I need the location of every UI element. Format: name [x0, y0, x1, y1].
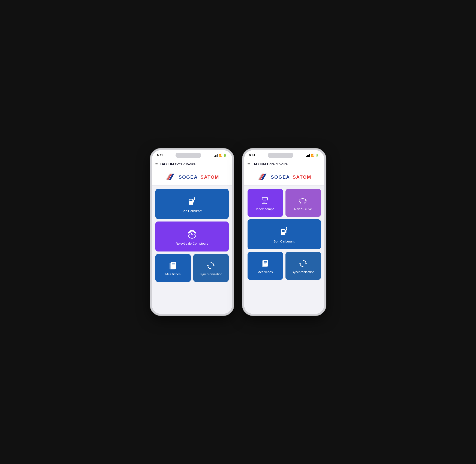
notch-1: [176, 153, 201, 158]
svg-point-43: [286, 227, 287, 228]
tile-bon-carburant-1[interactable]: Bon Carburant: [155, 189, 229, 219]
header-title-1: DAXIUM Côte d'Ivoire: [160, 162, 196, 166]
svg-rect-4: [189, 199, 192, 201]
tank-icon: [298, 196, 307, 205]
menu-button-2[interactable]: ≡: [248, 162, 250, 167]
grid-1: Bon Carburant Relevés de Compteurs: [152, 185, 232, 314]
tile-sync-1[interactable]: Synchronisation: [193, 254, 229, 282]
app-header-1: ≡ DAXIUM Côte d'Ivoire: [152, 160, 232, 169]
time-2: 9:41: [249, 154, 255, 157]
svg-rect-16: [171, 262, 176, 269]
tile-label-bon-carburant-1: Bon Carburant: [181, 209, 203, 213]
svg-marker-20: [213, 264, 215, 266]
time-1: 9:41: [157, 154, 163, 157]
tile-label-index-pompe: Index pompe: [256, 207, 275, 211]
tile-label-releves-1: Relevés de Compteurs: [176, 242, 208, 245]
signal-icon-1: [214, 154, 218, 157]
svg-point-29: [267, 197, 268, 199]
tile-sync-2[interactable]: Synchronisation: [286, 252, 321, 280]
phone-2: 9:41 📶 🔋 ≡ DAXIUM Côte d'Ivoire: [242, 148, 326, 316]
svg-rect-6: [194, 198, 195, 200]
wifi-icon-1: 📶: [218, 154, 222, 157]
tile-index-pompe[interactable]: Index pompe: [248, 189, 283, 217]
tile-label-niveau-cuve: Niveau cuve: [294, 207, 312, 211]
svg-marker-21: [207, 265, 209, 267]
tile-label-sync-1: Synchronisation: [199, 272, 222, 276]
sync-icon-2: [298, 259, 307, 268]
fuel-icon-2: [279, 227, 289, 237]
tile-releves-1[interactable]: Relevés de Compteurs: [155, 222, 229, 251]
logo-text-2: SOGEA SATOM: [271, 174, 311, 180]
row-2-2: Bon Carburant: [248, 219, 321, 249]
logo-icon-2: [257, 173, 268, 182]
sogea-logo-1: SOGEA SATOM: [165, 173, 219, 182]
svg-rect-36: [300, 203, 301, 203]
svg-rect-41: [286, 228, 287, 230]
phone-1: 9:41 📶 🔋 ≡ DAXIUM Côte d'Ivoire: [150, 148, 234, 316]
svg-rect-39: [282, 230, 285, 232]
status-bar-2: 9:41 📶 🔋: [244, 150, 324, 160]
fuel-icon-1: [187, 196, 197, 206]
row-2-1: Index pompe Niveau cuve: [248, 189, 321, 217]
svg-point-32: [299, 199, 306, 203]
battery-icon-2: 🔋: [316, 154, 319, 157]
files-icon-2: [261, 259, 270, 268]
tile-label-bon-carburant-2: Bon Carburant: [274, 240, 295, 243]
svg-rect-45: [263, 260, 268, 267]
tile-mes-fiches-2[interactable]: Mes fiches: [248, 252, 283, 280]
tile-mes-fiches-1[interactable]: Mes fiches: [155, 254, 191, 282]
tile-label-mes-fiches-2: Mes fiches: [258, 270, 273, 274]
row-1-1: Bon Carburant: [155, 189, 229, 219]
svg-rect-26: [263, 198, 266, 200]
logo-area-2: SOGEA SATOM: [244, 169, 324, 185]
svg-marker-49: [305, 262, 307, 264]
notch-2: [268, 153, 293, 158]
svg-rect-37: [304, 203, 305, 203]
svg-marker-50: [299, 263, 301, 265]
status-icons-1: 📶 🔋: [214, 154, 227, 157]
logo-text-1: SOGEA SATOM: [178, 174, 219, 180]
pump-icon: [261, 196, 270, 205]
logo-icon-1: [165, 173, 176, 182]
sync-icon-1: [206, 261, 215, 270]
status-bar-1: 9:41 📶 🔋: [152, 150, 232, 160]
svg-point-11: [191, 234, 193, 235]
sogea-logo-2: SOGEA SATOM: [257, 173, 311, 182]
svg-point-8: [194, 196, 195, 197]
row-2-3: Mes fiches Synchronisation: [248, 252, 321, 280]
menu-button-1[interactable]: ≡: [155, 162, 158, 167]
tile-niveau-cuve[interactable]: Niveau cuve: [286, 189, 321, 217]
wifi-icon-2: 📶: [311, 154, 314, 157]
gauge-icon-1: [187, 229, 197, 239]
tile-bon-carburant-2[interactable]: Bon Carburant: [248, 219, 321, 249]
row-1-3: Mes fiches Synchronisation: [155, 254, 229, 282]
svg-rect-40: [285, 230, 286, 233]
app-header-2: ≡ DAXIUM Côte d'Ivoire: [244, 160, 324, 169]
status-icons-2: 📶 🔋: [306, 154, 319, 157]
grid-2: Index pompe Niveau cuve: [244, 185, 324, 314]
tile-label-mes-fiches-1: Mes fiches: [165, 272, 181, 276]
row-1-2: Relevés de Compteurs: [155, 222, 229, 251]
battery-icon-1: 🔋: [223, 154, 227, 157]
tile-label-sync-2: Synchronisation: [292, 270, 315, 274]
files-icon-1: [169, 261, 178, 270]
signal-icon-2: [306, 154, 310, 157]
header-title-2: DAXIUM Côte d'Ivoire: [252, 162, 288, 166]
logo-area-1: SOGEA SATOM: [152, 169, 232, 185]
svg-rect-5: [193, 199, 194, 203]
